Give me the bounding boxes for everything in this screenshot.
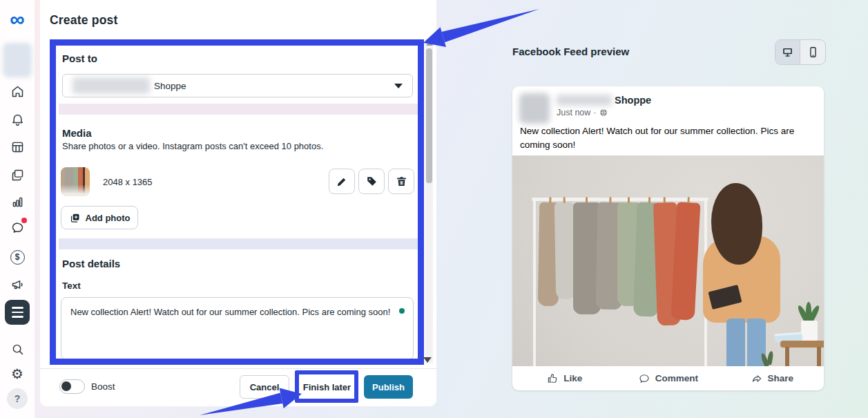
account-name-blurred [73,77,150,94]
content-icon [10,168,25,182]
boost-label: Boost [91,381,115,392]
delete-media-button[interactable] [388,169,414,194]
timestamp: Just now [557,108,590,117]
post-meta: Just now · [557,108,608,117]
pencil-icon [336,175,349,188]
media-dimensions: 2048 x 1365 [103,177,153,187]
sidebar-item-help[interactable]: ? [0,387,35,410]
share-button[interactable]: Share [720,372,824,385]
section-divider [59,104,418,115]
add-photo-button[interactable]: Add photo [61,206,138,229]
post-to-label: Post to [62,53,97,64]
media-heading: Media [62,127,92,139]
bell-icon [10,113,25,127]
mobile-preview-button[interactable] [800,40,825,64]
cancel-button[interactable]: Cancel [240,375,289,399]
desktop-preview-button[interactable] [775,40,800,64]
sidebar-item-settings[interactable]: ⚙ [0,362,35,386]
preview-actions: Like Comment Share [512,366,824,390]
like-icon [546,372,559,385]
boost-toggle[interactable] [59,379,85,394]
edit-media-button[interactable] [329,169,355,194]
help-icon: ? [7,388,28,409]
status-dot [399,308,405,314]
sidebar-item-monetization[interactable]: $ [0,245,35,269]
add-photo-icon [69,212,81,224]
sidebar-item-inbox[interactable] [0,217,35,240]
media-thumbnail[interactable] [61,167,90,196]
media-description: Share photos or a video. Instagram posts… [62,141,323,151]
comment-icon [638,372,650,385]
sidebar-item-content[interactable] [0,163,35,187]
trash-icon [395,175,408,188]
sidebar-item-insights[interactable] [0,190,35,213]
scrollbar-down-icon[interactable] [423,357,432,363]
meta-logo-icon[interactable]: ∞ [0,6,35,33]
publish-button[interactable]: Publish [364,375,413,399]
gear-icon: ⚙ [11,367,23,381]
planner-icon [10,140,25,154]
notification-badge [21,218,27,223]
post-image [512,155,824,366]
toggle-knob [61,381,71,391]
scrollbar-up-icon[interactable] [426,41,433,46]
chevron-down-icon [394,84,403,88]
sidebar-item-planner[interactable] [0,135,35,158]
device-toggle [775,39,826,65]
preview-card: Shoppe Just now · New collection Alert! … [512,86,824,390]
page-name: Shoppe [615,95,651,106]
preview-post-text: New collection Alert! Watch out for our … [520,124,804,151]
hamburger-menu-icon [5,300,30,325]
desktop-icon [781,46,794,59]
tag-media-button[interactable] [358,169,385,194]
post-details-heading: Post details [62,258,120,269]
like-button[interactable]: Like [512,372,616,385]
section-divider [59,238,418,249]
share-icon [751,372,763,385]
sidebar: ∞ $ [0,0,35,418]
page-avatar-blurred [519,93,550,124]
meta-business-suite: ∞ $ [0,0,868,418]
page-name-blurred [557,95,612,106]
post-to-dropdown[interactable]: Shoppe [62,74,413,97]
comment-button[interactable]: Comment [616,372,720,385]
search-icon [10,342,25,357]
globe-icon [599,108,608,117]
dollar-icon: $ [10,250,25,265]
business-avatar-blurred[interactable] [3,43,32,77]
sidebar-item-all-tools[interactable] [0,298,35,326]
preview-title: Facebook Feed preview [512,46,629,57]
megaphone-icon [10,277,25,292]
page-title: Create post [50,13,117,28]
sidebar-item-search[interactable] [0,337,35,361]
home-icon [10,84,25,99]
post-text-input[interactable]: New collection Alert! Watch out for our … [61,297,414,360]
sidebar-item-home[interactable] [0,79,35,103]
mobile-icon [807,46,820,59]
finish-later-button[interactable]: Finish later [299,375,355,399]
tag-icon [365,175,378,188]
sidebar-item-ads[interactable] [0,272,35,296]
text-label: Text [62,281,81,291]
account-name: Shoppe [154,81,186,91]
sidebar-item-notifications[interactable] [0,108,35,131]
scrollbar-thumb[interactable] [426,48,432,183]
arrow-to-form [442,9,539,42]
bar-chart-icon [10,195,25,209]
add-photo-label: Add photo [86,213,131,223]
